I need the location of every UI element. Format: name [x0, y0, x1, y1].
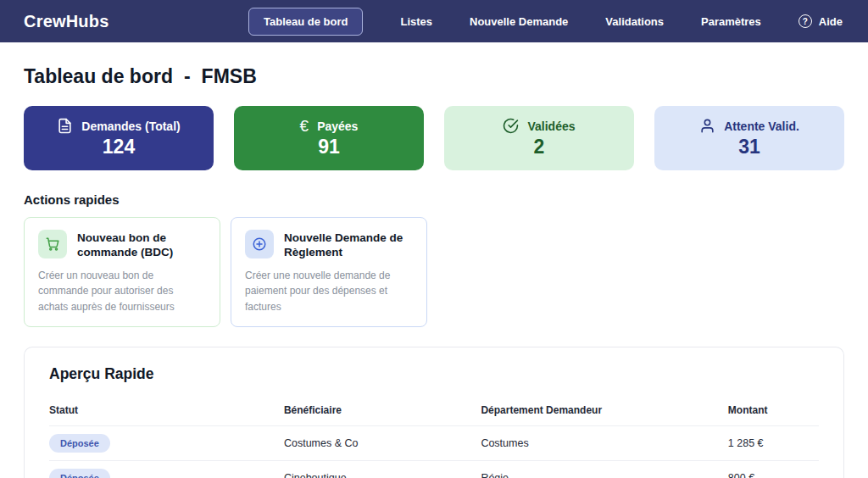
status-badge: Déposée — [49, 469, 110, 478]
overview-table: Statut Bénéficiaire Département Demandeu… — [49, 397, 819, 478]
stat-card-payees[interactable]: € Payées 91 — [234, 106, 424, 170]
stats-row: Demandes (Total) 124 € Payées 91 Validée… — [24, 106, 844, 170]
action-card-description: Créer un nouveau bon de commande pour au… — [38, 268, 206, 315]
plus-circle-icon — [245, 230, 274, 258]
help-circle-icon: ? — [798, 14, 812, 28]
action-card-nouvelle-demande-reglement[interactable]: Nouvelle Demande de Règlement Créer une … — [231, 217, 427, 327]
status-badge: Déposée — [49, 434, 110, 453]
nav-parametres[interactable]: Paramètres — [701, 15, 761, 28]
help-label: Aide — [819, 15, 843, 28]
nav-tableau-de-bord[interactable]: Tableau de bord — [248, 8, 363, 36]
action-card-description: Créer une nouvelle demande de paiement p… — [245, 268, 413, 315]
table-header-row: Statut Bénéficiaire Département Demandeu… — [49, 397, 819, 426]
page-title-separator: - — [184, 65, 191, 88]
page-title: Tableau de bord - FMSB — [24, 65, 844, 88]
beneficiary-cell: Costumes & Co — [284, 425, 481, 460]
nav-validations[interactable]: Validations — [605, 15, 664, 28]
stat-card-validees[interactable]: Validées 2 — [444, 106, 634, 170]
stat-label: Payées — [317, 119, 358, 133]
nav-listes[interactable]: Listes — [400, 15, 432, 28]
department-cell: Régie — [481, 460, 727, 478]
action-card-title: Nouveau bon de commande (BDC) — [77, 230, 206, 260]
action-card-nouveau-bdc[interactable]: Nouveau bon de commande (BDC) Créer un n… — [24, 217, 220, 327]
amount-cell: 800 € — [728, 460, 819, 478]
person-icon — [699, 118, 715, 134]
stat-value: 2 — [534, 136, 545, 158]
page-title-project: FMSB — [202, 65, 257, 88]
quick-actions-heading: Actions rapides — [24, 192, 844, 207]
stat-card-attente-validation[interactable]: Attente Valid. 31 — [654, 106, 844, 170]
table-row[interactable]: Déposée Cineboutique Régie 800 € — [49, 460, 819, 478]
top-navigation-bar: CrewHubs Tableau de bord Listes Nouvelle… — [0, 0, 868, 42]
column-header-statut: Statut — [49, 397, 284, 426]
stat-label: Demandes (Total) — [81, 119, 180, 133]
action-card-title: Nouvelle Demande de Règlement — [284, 230, 413, 260]
table-row[interactable]: Déposée Costumes & Co Costumes 1 285 € — [49, 425, 819, 460]
beneficiary-cell: Cineboutique — [284, 460, 481, 478]
overview-card: Aperçu Rapide Statut Bénéficiaire Départ… — [24, 347, 844, 478]
column-header-beneficiaire: Bénéficiaire — [284, 397, 481, 426]
column-header-departement: Département Demandeur — [481, 397, 727, 426]
stat-value: 31 — [738, 136, 760, 158]
overview-heading: Aperçu Rapide — [49, 365, 819, 383]
quick-actions-row: Nouveau bon de commande (BDC) Créer un n… — [24, 217, 844, 327]
page-title-text: Tableau de bord — [24, 65, 173, 88]
euro-icon: € — [300, 118, 309, 134]
shopping-cart-icon — [38, 230, 67, 258]
stat-value: 91 — [318, 136, 340, 158]
stat-card-demandes-total[interactable]: Demandes (Total) 124 — [24, 106, 214, 170]
stat-value: 124 — [103, 136, 135, 158]
stat-label: Validées — [527, 119, 575, 133]
check-circle-icon — [503, 118, 519, 134]
main-content: Tableau de bord - FMSB Demandes (Total) … — [0, 65, 868, 478]
amount-cell: 1 285 € — [728, 425, 819, 460]
app-logo[interactable]: CrewHubs — [24, 12, 109, 31]
document-icon — [57, 118, 73, 134]
main-nav: Tableau de bord Listes Nouvelle Demande … — [248, 8, 843, 36]
nav-aide[interactable]: ? Aide — [798, 14, 843, 28]
column-header-montant: Montant — [728, 397, 819, 426]
nav-nouvelle-demande[interactable]: Nouvelle Demande — [470, 15, 568, 28]
stat-label: Attente Valid. — [724, 119, 799, 133]
department-cell: Costumes — [481, 425, 727, 460]
